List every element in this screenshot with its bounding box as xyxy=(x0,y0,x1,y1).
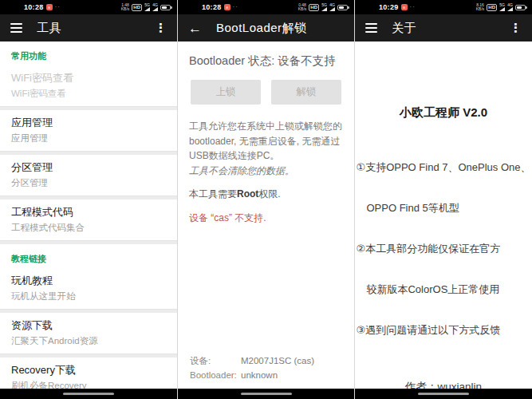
about-content: 小欧工程师 V2.0 ①支持OPPO Find 7、OnePlus One、 O… xyxy=(355,105,532,399)
status-bar: 10:29 ·· 8.16KB/s HD 5G 4G xyxy=(355,0,532,14)
status-bar: 10:28 ·· 1.48KB/s HD 5G 4G xyxy=(0,0,177,14)
app-bar: 工具 ⋮ xyxy=(0,14,177,41)
device-row: 设备: M2007J1SC (cas) xyxy=(190,354,314,369)
signal-5g-icon: 5G xyxy=(499,3,505,11)
unlock-button[interactable]: 解锁 xyxy=(271,80,341,105)
home-indicator[interactable] xyxy=(418,393,469,395)
clock: 10:28 xyxy=(24,3,44,11)
bootloader-screen: 10:28 ·· 0.48KB/s HD 5G 4G ← BootLoader解… xyxy=(177,0,354,399)
device-unsupported-error: 设备 “cas” 不支持. xyxy=(178,201,354,225)
section-header-common: 常用功能 xyxy=(0,41,177,65)
home-indicator[interactable] xyxy=(63,393,114,395)
bootloader-status-text: Bootloader 状态: 设备不支持 xyxy=(178,41,354,73)
signal-4g-icon: 4G xyxy=(507,3,513,11)
tools-screen: 10:28 ·· 1.48KB/s HD 5G 4G 工具 ⋮ 常用功能 WiF… xyxy=(0,0,177,399)
network-speed-indicator: 0.48KB/s xyxy=(298,3,307,11)
hd-volte-icon: HD xyxy=(132,4,142,11)
overflow-menu-icon[interactable]: ⋮ xyxy=(510,21,522,35)
lock-unlock-row: 上锁 解锁 xyxy=(178,73,354,109)
notes-block: ①支持OPPO Find 7、OnePlus One、 OPPO Find 5等… xyxy=(356,133,530,364)
list-item-wifi-password[interactable]: WiFi密码查看 WiFi密码查看 xyxy=(0,65,177,106)
signal-5g-icon: 5G xyxy=(321,3,327,11)
clock: 10:28 xyxy=(202,3,222,11)
network-speed-indicator: 8.16KB/s xyxy=(476,3,485,11)
recording-indicator-icon xyxy=(46,4,53,10)
list-item-engineer-codes[interactable]: 工程模式代码 工程模式代码集合 xyxy=(0,200,177,240)
network-speed-indicator: 1.48KB/s xyxy=(121,3,130,11)
overflow-menu-icon[interactable]: ⋮ xyxy=(155,21,167,35)
navigation-bar xyxy=(355,389,532,399)
page-title: BootLoader解锁 xyxy=(216,21,307,36)
signal-5g-icon: 5G xyxy=(144,3,150,11)
data-safety-note: 工具不会清除您的数据。 xyxy=(178,164,354,179)
list-item-resources[interactable]: 资源下载 汇聚天下Android资源 xyxy=(0,313,177,354)
recording-indicator-icon xyxy=(224,4,231,10)
tool-description: 工具允许您在系统中上锁或解锁您的bootloader, 无需重启设备, 无需通过… xyxy=(178,109,354,164)
list-item-partition-manage[interactable]: 分区管理 分区管理 xyxy=(0,155,177,196)
battery-icon xyxy=(515,5,526,10)
section-header-tutorials: 教程链接 xyxy=(0,244,177,268)
bootloader-value: unknown xyxy=(241,369,314,383)
app-version-title: 小欧工程师 V2.0 xyxy=(355,105,532,120)
hd-volte-icon: HD xyxy=(487,4,497,11)
menu-icon[interactable] xyxy=(365,23,377,33)
navigation-bar xyxy=(0,389,177,399)
page-title: 工具 xyxy=(37,21,61,36)
bootloader-row: Bootloader: unknown xyxy=(190,369,314,383)
list-item-app-manage[interactable]: 应用管理 应用管理 xyxy=(0,110,177,151)
notification-dots-icon: ·· xyxy=(233,4,238,10)
note-line: ②本工具部分功能仅保证在官方 xyxy=(356,242,530,255)
list-item-tutorials[interactable]: 玩机教程 玩机从这里开始 xyxy=(0,268,177,309)
device-value: M2007J1SC (cas) xyxy=(241,354,314,369)
device-label: 设备: xyxy=(190,354,241,369)
note-line: OPPO Find 5等机型 xyxy=(356,201,530,215)
notification-dots-icon: ·· xyxy=(410,4,416,10)
signal-4g-icon: 4G xyxy=(152,3,158,11)
bootloader-label: Bootloader: xyxy=(190,369,241,383)
lock-button[interactable]: 上锁 xyxy=(191,80,261,105)
app-bar: 关于 ⋮ xyxy=(355,14,532,41)
clock: 10:29 xyxy=(379,3,399,11)
signal-4g-icon: 4G xyxy=(329,3,335,11)
status-bar: 10:28 ·· 0.48KB/s HD 5G 4G xyxy=(178,0,354,14)
home-indicator[interactable] xyxy=(241,393,292,395)
app-bar: ← BootLoader解锁 xyxy=(178,14,354,41)
navigation-bar xyxy=(178,389,354,399)
about-screen: 10:29 ·· 8.16KB/s HD 5G 4G 关于 ⋮ 小欧工程师 V2… xyxy=(354,0,532,399)
battery-icon xyxy=(337,5,348,10)
page-title: 关于 xyxy=(392,21,416,36)
hd-volte-icon: HD xyxy=(309,4,319,11)
menu-icon[interactable] xyxy=(10,23,22,33)
device-info-block: 设备: M2007J1SC (cas) Bootloader: unknown xyxy=(190,354,314,383)
triple-screenshot: 10:28 ·· 1.48KB/s HD 5G 4G 工具 ⋮ 常用功能 WiF… xyxy=(0,0,532,399)
battery-icon xyxy=(160,5,171,10)
note-line: ③遇到问题请通过以下方式反馈 xyxy=(356,323,530,337)
note-line: 较新版本ColorOS上正常使用 xyxy=(356,282,530,296)
root-requirement-text: 本工具需要Root权限. xyxy=(178,178,354,201)
notification-dots-icon: ·· xyxy=(55,4,61,10)
recording-indicator-icon xyxy=(401,4,408,10)
note-line: ①支持OPPO Find 7、OnePlus One、 xyxy=(356,160,530,174)
back-icon[interactable]: ← xyxy=(188,22,202,35)
